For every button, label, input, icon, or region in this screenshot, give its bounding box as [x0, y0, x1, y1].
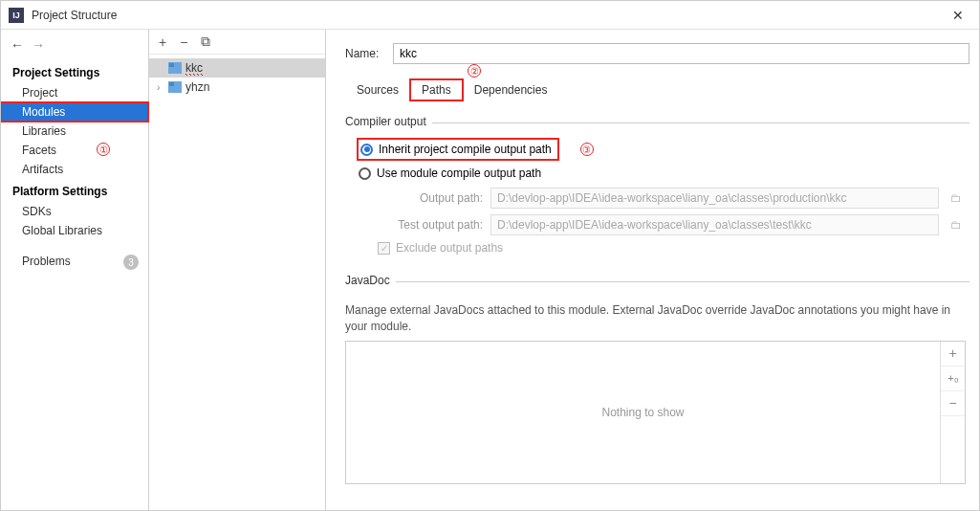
module-tree: kkc › yhzn: [149, 55, 325, 100]
annotation-1: ①: [97, 143, 110, 157]
sidebar-item-modules[interactable]: Modules: [1, 102, 148, 122]
radio-module[interactable]: [359, 167, 371, 180]
tree-label: kkc: [185, 61, 203, 76]
section-project-settings: Project Settings: [1, 60, 148, 83]
forward-arrow-icon[interactable]: →: [32, 37, 45, 53]
javadoc-fieldset: JavaDoc Manage external JavaDocs attache…: [345, 274, 969, 488]
expand-arrow-icon[interactable]: ›: [157, 82, 168, 93]
radio-inherit[interactable]: [360, 144, 373, 156]
sidebar-item-project[interactable]: Project: [1, 83, 148, 102]
sidebar-item-facets[interactable]: Facets: [1, 141, 148, 160]
module-detail-panel: Name: Sources Paths ② Dependencies Compi…: [326, 30, 979, 510]
problems-label: Problems: [22, 255, 71, 268]
name-label: Name:: [345, 47, 393, 60]
javadoc-empty-text: Nothing to show: [346, 342, 940, 483]
tab-sources[interactable]: Sources: [345, 79, 410, 100]
module-tabs: Sources Paths ② Dependencies: [345, 79, 969, 101]
tab-paths[interactable]: Paths: [410, 79, 463, 100]
javadoc-description: Manage external JavaDocs attached to thi…: [345, 302, 966, 335]
close-icon[interactable]: ✕: [945, 4, 971, 27]
back-arrow-icon[interactable]: ←: [11, 37, 24, 53]
problems-count-badge: 3: [123, 255, 139, 270]
javadoc-list-box: Nothing to show + +₀ −: [345, 341, 966, 484]
remove-icon[interactable]: −: [180, 34, 187, 50]
compiler-output-fieldset: Compiler output Inherit project compile …: [345, 115, 969, 258]
titlebar: IJ Project Structure ✕: [1, 1, 979, 30]
browse-folder-icon: 🗀: [947, 191, 966, 205]
annotation-3: ③: [580, 143, 594, 157]
exclude-label: Exclude output paths: [396, 241, 503, 255]
window-title: Project Structure: [32, 9, 945, 22]
radio-inherit-row[interactable]: Inherit project compile output path ③: [359, 140, 966, 159]
module-name-input[interactable]: [393, 43, 969, 64]
javadoc-legend: JavaDoc: [345, 274, 396, 287]
radio-module-row[interactable]: Use module compile output path: [359, 167, 966, 180]
javadoc-specify-button[interactable]: +₀: [941, 367, 965, 391]
annotation-2: ②: [468, 64, 481, 78]
sidebar-item-global-libraries[interactable]: Global Libraries: [1, 221, 148, 240]
compiler-output-legend: Compiler output: [345, 115, 432, 128]
add-icon[interactable]: +: [159, 34, 166, 50]
module-icon: [168, 81, 182, 93]
output-path-input: [490, 188, 939, 209]
app-icon: IJ: [9, 8, 24, 23]
output-path-label: Output path:: [378, 191, 483, 205]
javadoc-add-button[interactable]: +: [941, 342, 965, 367]
browse-folder-icon: 🗀: [947, 218, 966, 232]
tree-item-kkc[interactable]: kkc: [149, 58, 325, 78]
sidebar-item-artifacts[interactable]: Artifacts: [1, 160, 148, 179]
settings-sidebar: ← → Project Settings Project Modules Lib…: [1, 30, 149, 510]
sidebar-item-sdks[interactable]: SDKs: [1, 202, 148, 221]
radio-inherit-label: Inherit project compile output path: [379, 143, 552, 156]
sidebar-item-problems[interactable]: Problems 3: [1, 252, 148, 271]
sidebar-item-libraries[interactable]: Libraries: [1, 122, 148, 141]
javadoc-side-buttons: + +₀ −: [940, 342, 965, 483]
radio-module-label: Use module compile output path: [377, 167, 541, 180]
nav-history: ← →: [1, 33, 148, 60]
copy-icon[interactable]: ⧉: [201, 33, 210, 50]
tree-item-yhzn[interactable]: › yhzn: [149, 78, 325, 97]
exclude-checkbox: ✓: [378, 242, 390, 255]
tree-label: yhzn: [185, 80, 209, 94]
test-output-path-input: [490, 214, 939, 235]
module-tree-panel: + − ⧉ kkc › yhzn: [149, 30, 326, 510]
tab-dependencies[interactable]: Dependencies: [463, 79, 559, 100]
javadoc-remove-button[interactable]: −: [941, 391, 965, 416]
tree-toolbar: + − ⧉: [149, 30, 325, 55]
module-icon: [168, 62, 182, 74]
exclude-output-row: ✓ Exclude output paths: [359, 241, 966, 255]
section-platform-settings: Platform Settings: [1, 179, 148, 202]
test-output-path-label: Test output path:: [378, 218, 483, 232]
